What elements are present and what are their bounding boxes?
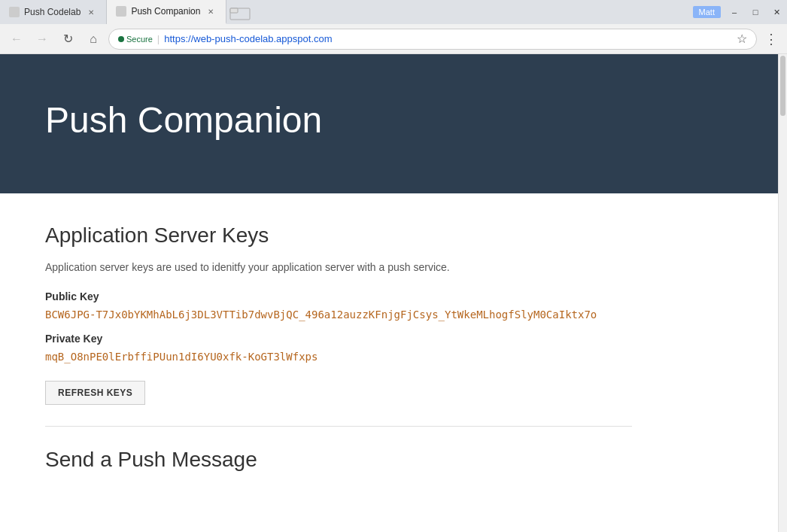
tab-push-companion-label: Push Companion [131,6,200,17]
scrollbar[interactable] [778,54,787,532]
maximize-button[interactable]: □ [745,0,766,24]
next-section-title: Send a Push Message [45,448,632,472]
user-badge: Matt [693,6,721,18]
back-button[interactable]: ← [6,29,27,50]
section-title: Application Server Keys [45,223,632,248]
hero-title: Push Companion [45,99,733,141]
window-controls: Matt – □ ✕ [693,0,787,24]
page-content: Push Companion Application Server Keys A… [0,54,787,532]
page-inner: Push Companion Application Server Keys A… [0,54,778,532]
tab-push-companion[interactable]: Push Companion ✕ [107,0,226,24]
tab-push-codelab-icon [9,7,20,17]
application-server-keys-section: Application Server Keys Application serv… [0,193,677,502]
section-description: Application server keys are used to iden… [45,260,632,275]
refresh-keys-button[interactable]: REFRESH KEYS [45,381,145,405]
title-bar: Push Codelab ✕ Push Companion ✕ Matt – □… [0,0,787,24]
hero-section: Push Companion [0,54,778,193]
tab-push-codelab-close[interactable]: ✕ [85,6,97,18]
url-bar[interactable]: Secure | https://web-push-codelab.appspo… [108,29,757,50]
svg-rect-1 [230,8,238,13]
browser-menu-button[interactable]: ⋮ [761,31,781,47]
secure-badge: Secure [118,35,153,44]
tab-push-codelab[interactable]: Push Codelab ✕ [0,0,107,24]
new-tab-button[interactable] [226,0,254,24]
minimize-button[interactable]: – [724,0,745,24]
public-key-value: BCW6JPG-T7Jx0bYKMhAbL6j3DL3VTTib7dwvBjQC… [45,309,632,321]
tab-push-companion-close[interactable]: ✕ [205,5,217,17]
private-key-label: Private Key [45,333,632,345]
private-key-value: mqB_O8nPE0lErbffiPUun1dI6YU0xfk-KoGT3lWf… [45,351,632,363]
public-key-label: Public Key [45,290,632,302]
url-text: https://web-push-codelab.appspot.com [164,33,332,44]
forward-button[interactable]: → [32,29,53,50]
bookmark-star-icon[interactable]: ☆ [737,32,747,46]
url-divider: | [157,33,160,44]
tab-push-companion-icon [116,6,126,17]
close-button[interactable]: ✕ [766,0,787,24]
refresh-button[interactable]: ↻ [57,29,78,50]
browser-window: Push Codelab ✕ Push Companion ✕ Matt – □… [0,0,787,532]
section-divider [45,426,632,427]
secure-dot [118,36,124,42]
address-bar: ← → ↻ ⌂ Secure | https://web-push-codela… [0,24,787,54]
tab-push-codelab-label: Push Codelab [24,7,81,17]
scroll-thumb[interactable] [780,56,785,116]
home-button[interactable]: ⌂ [83,29,104,50]
